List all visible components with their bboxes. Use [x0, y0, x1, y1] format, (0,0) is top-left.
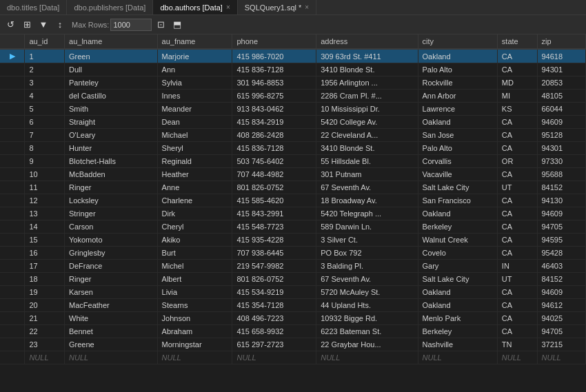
cell-address: 3 Balding Pl. [316, 260, 418, 273]
cell-address: 3410 Blonde St. [316, 142, 418, 155]
table-row[interactable]: 17DeFranceMichel219 547-99823 Balding Pl… [0, 260, 586, 273]
header-address[interactable]: address [316, 34, 418, 49]
cell-phone: 415 834-2919 [232, 116, 316, 129]
cell-state: MI [497, 90, 537, 103]
cell-au_id: 23 [25, 338, 65, 351]
tab-close-icon[interactable]: × [226, 3, 230, 11]
cell-zip: 95688 [537, 168, 586, 181]
cell-state: CA [497, 49, 537, 63]
tab-dbo-publishers--data-[interactable]: dbo.publishers [Data] [67, 0, 153, 14]
table-row[interactable]: 2DullAnn415 836-71283410 Blonde St.Palo … [0, 63, 586, 76]
cell-au_fname: Johnson [157, 312, 232, 325]
cell-au_fname: Sylvia [157, 76, 232, 90]
table-row[interactable]: 5SmithMeander913 843-046210 Mississippi … [0, 103, 586, 116]
table-row[interactable]: 3PanteleySylvia301 946-88531956 Arlingto… [0, 76, 586, 90]
tab-sqlquery1-sql[interactable]: SQLQuery1.sql *× [238, 0, 316, 14]
cell-phone: 415 836-7128 [232, 142, 316, 155]
table-row[interactable]: 7O'LearyMichael408 286-242822 Cleveland … [0, 129, 586, 142]
cell-au_id: 3 [25, 76, 65, 90]
table-row[interactable]: 18RingerAlbert801 826-075267 Seventh Av.… [0, 273, 586, 286]
cell-zip: 94618 [537, 49, 586, 63]
tab-close-icon[interactable]: × [305, 3, 309, 11]
table-row[interactable]: 8HunterSheryl415 836-71283410 Blonde St.… [0, 142, 586, 155]
table-row[interactable]: 21WhiteJohnson408 496-722310932 Bigge Rd… [0, 312, 586, 325]
table-row[interactable]: ▶1GreenMarjorie415 986-7020309 63rd St. … [0, 49, 586, 63]
row-indicator [0, 155, 25, 168]
cell-phone: 801 826-0752 [232, 181, 316, 194]
table-row[interactable]: 4del CastilloInnes615 996-82752286 Cram … [0, 90, 586, 103]
cell-address: 3 Silver Ct. [316, 234, 418, 247]
cell-zip: 94609 [537, 116, 586, 129]
cell-phone: 503 745-6402 [232, 155, 316, 168]
tab-dbo-titles--data-[interactable]: dbo.titles [Data] [0, 0, 67, 14]
cell-au_lname: Hunter [65, 142, 158, 155]
cell-au_lname: Greene [65, 338, 158, 351]
header-au-lname[interactable]: au_lname [65, 34, 158, 49]
table-header-row: au_id au_lname au_fname phone address ci… [0, 34, 586, 49]
cell-state: CA [497, 116, 537, 129]
cell-au_lname: Dull [65, 63, 158, 76]
cell-zip: 20853 [537, 76, 586, 90]
table-row[interactable]: 14CarsonCheryl415 548-7723589 Darwin Ln.… [0, 220, 586, 234]
layout-button[interactable]: ⊡ [153, 17, 168, 32]
table-row[interactable]: 6StraightDean415 834-29195420 College Av… [0, 116, 586, 129]
header-state[interactable]: state [497, 34, 537, 49]
header-zip[interactable]: zip [537, 34, 586, 49]
header-phone[interactable]: phone [232, 34, 316, 49]
cell-city: Berkeley [418, 220, 497, 234]
cell-au_lname: del Castillo [65, 90, 158, 103]
filter-button[interactable]: ⊞ [19, 17, 34, 32]
table-row[interactable]: 15YokomotoAkiko415 935-42283 Silver Ct.W… [0, 234, 586, 247]
row-indicator [0, 76, 25, 90]
cell-phone: 615 297-2723 [232, 338, 316, 351]
cell-zip: 48105 [537, 90, 586, 103]
cell-au_id: 22 [25, 325, 65, 338]
cell-zip: 94301 [537, 142, 586, 155]
cell-address: 67 Seventh Av. [316, 181, 418, 194]
cell-zip: 94705 [537, 220, 586, 234]
cell-au_id: 19 [25, 286, 65, 299]
cell-phone: 415 548-7723 [232, 220, 316, 234]
cell-zip: 66044 [537, 103, 586, 116]
cell-city: Vacaville [418, 168, 497, 181]
filter-toggle-button[interactable]: ▼ [36, 17, 51, 32]
table-row[interactable]: 9Blotchet-HallsReginald503 745-640255 Hi… [0, 155, 586, 168]
cell-au_fname: Sheryl [157, 142, 232, 155]
cell-au_lname: Blotchet-Halls [65, 155, 158, 168]
table-row[interactable]: 12LocksleyCharlene415 585-462018 Broadwa… [0, 194, 586, 207]
cell-state: UT [497, 181, 537, 194]
cell-au_id: 21 [25, 312, 65, 325]
table-row[interactable]: 11RingerAnne801 826-075267 Seventh Av.Sa… [0, 181, 586, 194]
cell-city: Covelo [418, 247, 497, 260]
table-row[interactable]: 20MacFeatherStearns415 354-712844 Upland… [0, 299, 586, 312]
cell-address: 44 Upland Hts. [316, 299, 418, 312]
cell-zip: 84152 [537, 181, 586, 194]
cell-au_id: 13 [25, 207, 65, 220]
table-row[interactable]: 10McBaddenHeather707 448-4982301 PutnamV… [0, 168, 586, 181]
cell-phone: 408 286-2428 [232, 129, 316, 142]
cell-au_lname: McBadden [65, 168, 158, 181]
cell-au_id: 12 [25, 194, 65, 207]
header-city[interactable]: city [418, 34, 497, 49]
cell-city: San Francisco [418, 194, 497, 207]
max-rows-input[interactable] [110, 19, 152, 31]
table-row[interactable]: 23GreeneMorningstar615 297-272322 Grayba… [0, 338, 586, 351]
table-row[interactable]: 19KarsenLivia415 534-92195720 McAuley St… [0, 286, 586, 299]
sort-button[interactable]: ↕ [52, 17, 68, 32]
table-row[interactable]: 22BennetAbraham415 658-99326223 Bateman … [0, 325, 586, 338]
cell-zip: 94609 [537, 207, 586, 220]
table-container[interactable]: au_id au_lname au_fname phone address ci… [0, 34, 586, 392]
cell-state: CA [497, 299, 537, 312]
cell-phone: 913 843-0462 [232, 103, 316, 116]
cell-city: San Jose [418, 129, 497, 142]
cell-au_fname: Charlene [157, 194, 232, 207]
tab-dbo-authors--data-[interactable]: dbo.authors [Data]× [153, 0, 237, 14]
export-button[interactable]: ⬒ [170, 17, 185, 32]
null-cell-city: NULL [418, 351, 497, 364]
refresh-button[interactable]: ↺ [3, 17, 18, 32]
table-row[interactable]: 13StringerDirk415 843-29915420 Telegraph… [0, 207, 586, 220]
table-row[interactable]: 16GringlesbyBurt707 938-6445PO Box 792Co… [0, 247, 586, 260]
header-au-fname[interactable]: au_fname [157, 34, 232, 49]
cell-au_id: 1 [25, 49, 65, 63]
header-au-id[interactable]: au_id [25, 34, 65, 49]
